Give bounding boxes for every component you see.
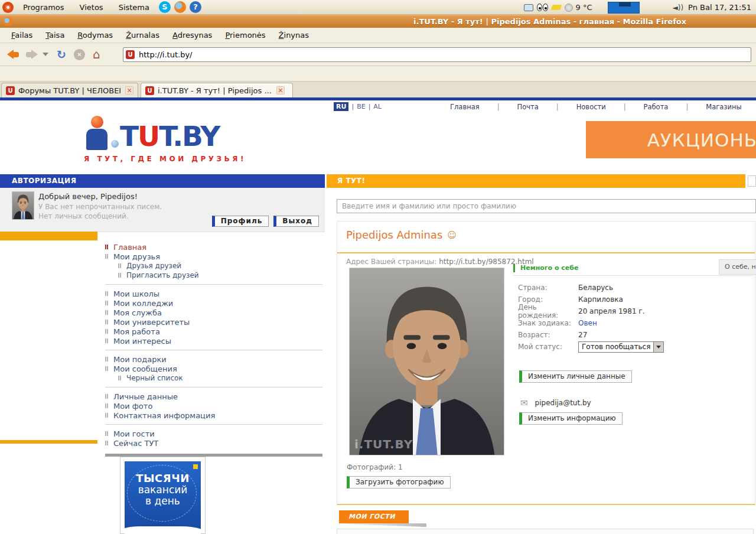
avatar[interactable] <box>12 191 34 220</box>
sidebar-item-service[interactable]: Моя служба <box>105 308 322 317</box>
home-button[interactable]: ⌂ <box>93 47 100 61</box>
menu-edit[interactable]: Taisa <box>39 28 71 42</box>
help-launcher-icon[interactable]: ? <box>190 1 201 13</box>
sidebar-item-label: Мои университеты <box>113 318 190 327</box>
sidebar-item-label: Главная <box>113 243 146 252</box>
sidebar-item-photos[interactable]: Мои фото <box>105 401 322 411</box>
ad-banner[interactable]: ТЫСЯЧИ вакансий в день TUT.BY <box>120 457 206 534</box>
sidebar-item-work[interactable]: Моя работа <box>105 327 322 336</box>
panel-clock[interactable]: Pn Bal 17, 21:51 <box>688 3 756 12</box>
sidebar-item-interests[interactable]: Мои интересы <box>105 336 322 346</box>
nav-shops[interactable]: Магазины <box>706 103 741 111</box>
tab-close-icon[interactable]: ✕ <box>125 86 133 95</box>
tab-label: i.TUT.BY - Я тут! | Pipedijos ... <box>158 86 272 95</box>
sidebar-item-label: Друзья друзей <box>126 262 181 270</box>
logout-button[interactable]: Выход <box>273 216 319 227</box>
profile-fields: Страна: Беларусь Город: Карпиловка День … <box>513 282 754 353</box>
sidebar-item-label: Мои гости <box>113 429 155 438</box>
sidebar-item-home[interactable]: Главная <box>105 242 322 252</box>
firefox-launcher-icon[interactable] <box>174 1 186 13</box>
sidebar-item-schools[interactable]: Мои школы <box>105 289 322 298</box>
url-text[interactable]: http://i.tut.by/ <box>139 50 192 59</box>
field-value: 27 <box>578 331 587 339</box>
history-dropdown-icon[interactable] <box>43 53 48 56</box>
ad-line1: ТЫСЯЧИ <box>125 472 201 484</box>
forward-button[interactable] <box>26 50 38 59</box>
tab-favicon: U <box>145 86 154 95</box>
sidebar-item-now-here[interactable]: Сейчас ТУТ <box>105 438 322 448</box>
menu-view[interactable]: Rodymas <box>71 28 119 42</box>
window-titlebar[interactable]: i.TUT.BY - Я тут! | Pipedijos Adminas - … <box>0 15 756 28</box>
auction-banner[interactable]: АУКЦИОНЬ <box>586 121 756 158</box>
menu-file[interactable]: Failas <box>5 28 39 42</box>
lang-al[interactable]: AL <box>373 103 382 110</box>
sidebar-item-personal-data[interactable]: Личные данные <box>105 392 322 401</box>
yatut-corner-button[interactable] <box>748 175 756 187</box>
panel-menu-system[interactable]: Sistema <box>113 3 155 12</box>
divider <box>105 284 322 285</box>
status-dropdown[interactable]: Готов пообщаться <box>578 341 664 353</box>
menu-bookmarks[interactable]: Adresynas <box>166 28 219 42</box>
sidebar-item-friends-of-friends[interactable]: Друзья друзей <box>118 261 322 271</box>
sidebar-item-friends[interactable]: Мои друзья <box>105 252 322 261</box>
bullet-icon <box>118 376 121 380</box>
panel-menu-applications[interactable]: Programos <box>17 3 70 12</box>
ubuntu-menu-icon[interactable] <box>2 2 14 13</box>
menu-tools[interactable]: Priemonės <box>219 28 272 42</box>
bullet-icon <box>105 357 108 362</box>
field-label: Страна: <box>513 284 578 292</box>
field-value: Беларусь <box>578 284 613 292</box>
nav-jobs[interactable]: Работа <box>644 103 669 111</box>
back-button[interactable] <box>7 50 19 59</box>
site-logo[interactable]: TUT.BY Я ТУТ, ГДЕ МОИ ДРУЗЬЯ! <box>84 116 273 163</box>
network-monitor-icon[interactable] <box>524 4 533 11</box>
sidebar-item-contact-info[interactable]: Контактная информация <box>105 411 322 420</box>
nav-mail[interactable]: Почта <box>517 103 539 111</box>
profile-name: Pipedijos Adminas <box>346 229 442 241</box>
sidebar-item-colleges[interactable]: Мои колледжи <box>105 298 322 308</box>
dropdown-arrow-icon[interactable] <box>653 342 663 352</box>
tab-close-icon[interactable]: ✕ <box>276 86 285 95</box>
nav-news[interactable]: Новости <box>576 103 606 111</box>
upload-photo-button[interactable]: Загрузить фотографию <box>347 476 451 489</box>
nav-main[interactable]: Главная <box>450 103 480 111</box>
ad-corner-icon <box>193 464 198 469</box>
sidebar-item-messages[interactable]: Мои сообщения <box>105 364 322 373</box>
status-dropdown-value: Готов пообщаться <box>579 342 653 352</box>
stop-button[interactable]: ✕ <box>74 49 85 60</box>
edit-info-button[interactable]: Изменить информацию <box>519 412 623 425</box>
lang-be[interactable]: BE <box>357 103 366 110</box>
menu-help[interactable]: Žinynas <box>272 28 315 42</box>
bullet-icon <box>105 366 108 371</box>
tab-itutby[interactable]: U i.TUT.BY - Я тут! | Pipedijos ... ✕ <box>141 83 293 97</box>
workspace-switcher[interactable] <box>608 2 640 14</box>
sidebar-item-label: Моя работа <box>113 327 160 336</box>
email-row: ✉ pipedija@tut.by <box>520 398 754 408</box>
lang-ru[interactable]: RU <box>334 102 348 111</box>
tab-forums[interactable]: U Форумы TUT.BY | ЧЕЛОВЕК ... ✕ <box>1 83 138 97</box>
reload-button[interactable]: ↻ <box>57 48 66 61</box>
people-search-input[interactable] <box>337 199 756 213</box>
orange-accent-strip <box>0 440 97 444</box>
site-favicon: U <box>126 50 135 59</box>
edit-personal-data-button[interactable]: Изменить личные данные <box>519 370 632 383</box>
sidebar-item-gifts[interactable]: Мои подарки <box>105 354 322 364</box>
profile-photo[interactable]: i.TUT.BY <box>349 268 504 455</box>
menu-history[interactable]: Žurnalas <box>119 28 166 42</box>
weather-applet-icon[interactable] <box>550 5 562 10</box>
sidebar-item-invite-friends[interactable]: Пригласить друзей <box>118 271 322 280</box>
panel-menu-places[interactable]: Vietos <box>74 3 109 12</box>
sidebar-item-label: Мои школы <box>113 289 159 298</box>
skype-launcher-icon[interactable]: S <box>159 1 171 13</box>
ad-banner-art: ТЫСЯЧИ вакансий в день TUT.BY <box>125 461 201 534</box>
volume-icon[interactable]: ◄)) <box>673 4 684 12</box>
nav-sep: | <box>556 103 559 111</box>
zodiac-link[interactable]: Овен <box>578 319 597 327</box>
url-bar[interactable]: U http://i.tut.by/ <box>123 47 751 62</box>
sidebar-item-guests[interactable]: Мои гости <box>105 429 322 438</box>
sidebar-item-universities[interactable]: Мои университеты <box>105 317 322 327</box>
profile-button[interactable]: Профиль <box>212 216 269 227</box>
tab-label: Форумы TUT.BY | ЧЕЛОВЕК ... <box>18 86 120 95</box>
sidebar-item-blacklist[interactable]: Черный список <box>118 373 322 383</box>
email-address[interactable]: pipedija@tut.by <box>535 399 591 407</box>
